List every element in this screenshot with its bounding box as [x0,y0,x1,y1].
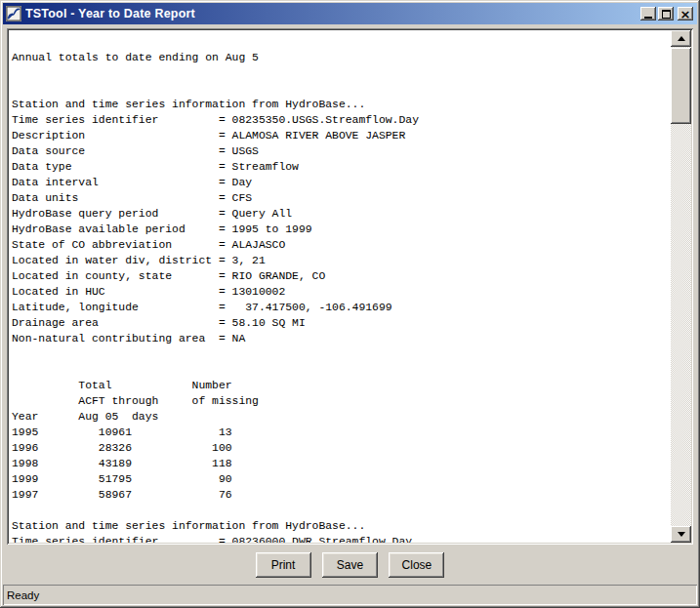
button-row: Print Save Close [0,552,700,578]
scroll-up-button[interactable] [671,30,691,47]
minimize-icon [644,17,652,19]
window-title: TSTool - Year to Date Report [25,7,640,20]
down-arrow-icon [678,532,685,537]
tstool-window: TSTool - Year to Date Report × Annual to… [0,0,700,608]
status-bar: Ready [3,585,697,605]
report-scroll-pane: Annual totals to date ending on Aug 5 St… [7,28,693,545]
tstool-app-icon[interactable] [6,6,21,21]
report-text[interactable]: Annual totals to date ending on Aug 5 St… [9,30,669,543]
close-button[interactable]: × [678,7,693,20]
close-report-button[interactable]: Close [389,552,444,578]
window-controls: × [640,7,693,20]
scrollbar-thumb[interactable] [671,48,691,124]
vertical-scrollbar [671,30,691,543]
maximize-button[interactable] [658,7,674,20]
up-arrow-icon [678,36,685,41]
minimize-button[interactable] [640,7,656,20]
maximize-icon [662,10,671,19]
status-text: Ready [7,589,39,601]
scroll-down-button[interactable] [671,526,691,543]
save-button[interactable]: Save [322,552,378,578]
print-button[interactable]: Print [256,552,311,578]
close-icon: × [680,9,691,20]
title-bar[interactable]: TSTool - Year to Date Report × [3,3,697,24]
